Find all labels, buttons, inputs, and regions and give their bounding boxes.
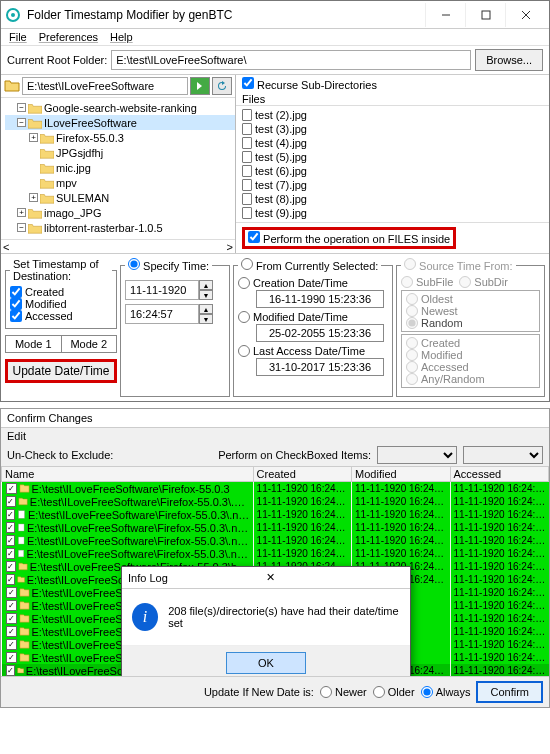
main-window: Folder Timestamp Modifier by genBTC File… (0, 0, 550, 402)
svg-point-1 (11, 13, 15, 17)
col-created[interactable]: Created (253, 467, 351, 482)
svg-rect-6 (18, 511, 24, 519)
root-folder-label: Current Root Folder: (7, 54, 107, 66)
col-modified[interactable]: Modified (352, 467, 450, 482)
update-datetime-button[interactable]: Update Date/Time (5, 359, 117, 383)
minimize-button[interactable] (425, 3, 465, 27)
file-item[interactable]: test (3).jpg (242, 122, 543, 136)
always-radio[interactable] (421, 686, 433, 698)
root-folder-input[interactable] (111, 50, 471, 70)
folder-tree[interactable]: −Google-search-website-ranking−ILoveFree… (1, 98, 235, 239)
refresh-button[interactable] (212, 77, 232, 95)
table-row[interactable]: ✓E:\test\ILoveFreeSoftware\Firefox-55.0.… (2, 495, 549, 508)
close-button[interactable] (505, 3, 545, 27)
dialog-close-button[interactable]: ✕ (266, 571, 404, 584)
confirm-button[interactable]: Confirm (476, 681, 543, 703)
tree-node[interactable]: mic.jpg (5, 160, 235, 175)
file-item[interactable]: test (8).jpg (242, 192, 543, 206)
table-row[interactable]: ✓E:\test\ILoveFreeSoftware\Firefox-55.0.… (2, 534, 549, 547)
time-input[interactable] (125, 304, 199, 324)
menubar: File Preferences Help (1, 29, 549, 46)
root-folder-row: Current Root Folder: Browse... (1, 46, 549, 74)
access-value: 31-10-2017 15:23:36 (256, 358, 384, 376)
older-radio[interactable] (373, 686, 385, 698)
menu-preferences[interactable]: Preferences (39, 31, 98, 43)
tree-node[interactable]: −libtorrent-rasterbar-1.0.5 (5, 220, 235, 235)
file-item[interactable]: test (9).jpg (242, 206, 543, 220)
col-name[interactable]: Name (2, 467, 254, 482)
mode2-tab[interactable]: Mode 2 (62, 336, 117, 352)
window-title: Folder Timestamp Modifier by genBTC (27, 8, 425, 22)
specify-time-fieldset: Specify Time: ▲▼ ▲▼ (120, 258, 230, 397)
created-checkbox[interactable] (10, 286, 22, 298)
confirm-edit-menu[interactable]: Edit (1, 428, 549, 444)
perform-select-1[interactable] (377, 446, 457, 464)
modified-radio[interactable] (238, 311, 250, 323)
confirm-title: Confirm Changes (1, 409, 549, 428)
tree-node[interactable]: JPGsjdfhj (5, 145, 235, 160)
tree-node[interactable]: +Firefox-55.0.3 (5, 130, 235, 145)
menu-help[interactable]: Help (110, 31, 133, 43)
accessed-checkbox[interactable] (10, 310, 22, 322)
titlebar: Folder Timestamp Modifier by genBTC (1, 1, 549, 29)
folder-icon (4, 78, 20, 94)
file-item[interactable]: test (4).jpg (242, 136, 543, 150)
newer-radio[interactable] (320, 686, 332, 698)
svg-rect-8 (18, 537, 24, 544)
from-selected-fieldset: From Currently Selected: Creation Date/T… (233, 258, 393, 397)
col-accessed[interactable]: Accessed (450, 467, 548, 482)
specify-time-radio[interactable] (128, 258, 140, 270)
from-selected-radio[interactable] (241, 258, 253, 270)
destination-fieldset: Set Timestamp of Destination: Created Mo… (5, 258, 117, 329)
tree-node[interactable]: −Google-search-website-ranking (5, 100, 235, 115)
dialog-message: 208 file(s)/directorie(s) have had their… (168, 605, 400, 629)
table-row[interactable]: ✓E:\test\ILoveFreeSoftware\Firefox-55.0.… (2, 482, 549, 496)
creation-value: 16-11-1990 15:23:36 (256, 290, 384, 308)
go-button[interactable] (190, 77, 210, 95)
time-spinner[interactable]: ▲▼ (199, 304, 213, 324)
tree-node[interactable]: +SULEMAN (5, 190, 235, 205)
access-radio[interactable] (238, 345, 250, 357)
confirm-window: Confirm Changes Edit Un-Check to Exclude… (0, 408, 550, 708)
tree-scrollbar[interactable]: <> (1, 239, 235, 253)
date-spinner[interactable]: ▲▼ (199, 280, 213, 300)
tree-node[interactable]: mpv (5, 175, 235, 190)
perform-on-files-checkbox[interactable]: Perform the operation on FILES inside (242, 227, 456, 249)
table-row[interactable]: ✓E:\test\ILoveFreeSoftware\Firefox-55.0.… (2, 521, 549, 534)
menu-file[interactable]: File (9, 31, 27, 43)
info-dialog: Info Log ✕ i 208 file(s)/directorie(s) h… (121, 566, 411, 676)
table-row[interactable]: ✓E:\test\ILoveFreeSoftware\Firefox-55.0.… (2, 508, 549, 521)
update-if-label: Update If New Date is: (204, 686, 314, 698)
files-panel: Recurse Sub-Directories Files test (2).j… (236, 75, 549, 253)
app-icon (5, 7, 21, 23)
mode-tabs: Mode 1 Mode 2 (5, 335, 117, 353)
dialog-ok-button[interactable]: OK (226, 652, 306, 674)
perform-select-2[interactable] (463, 446, 543, 464)
file-item[interactable]: test (5).jpg (242, 150, 543, 164)
svg-rect-7 (18, 524, 24, 531)
file-item[interactable]: test (7).jpg (242, 178, 543, 192)
table-row[interactable]: ✓E:\test\ILoveFreeSoftware\Firefox-55.0.… (2, 547, 549, 560)
svg-rect-3 (482, 11, 490, 19)
uncheck-label: Un-Check to Exclude: (7, 449, 113, 461)
tree-node[interactable]: −ILoveFreeSoftware (5, 115, 235, 130)
maximize-button[interactable] (465, 3, 505, 27)
date-input[interactable] (125, 280, 199, 300)
browse-button[interactable]: Browse... (475, 49, 543, 71)
tree-panel: −Google-search-website-ranking−ILoveFree… (1, 75, 236, 253)
recurse-checkbox[interactable]: Recurse Sub-Directories (242, 79, 377, 91)
source-time-fieldset: Source Time From: SubFile SubDir Oldest … (396, 258, 545, 397)
file-item[interactable]: test (2).jpg (242, 108, 543, 122)
mode1-tab[interactable]: Mode 1 (6, 336, 62, 352)
perform-checkboxed-label: Perform on CheckBoxed Items: (218, 449, 371, 461)
info-icon: i (132, 603, 158, 631)
modified-checkbox[interactable] (10, 298, 22, 310)
tree-node[interactable]: +imago_JPG (5, 205, 235, 220)
dialog-title: Info Log (128, 572, 266, 584)
file-list[interactable]: test (2).jpgtest (3).jpgtest (4).jpgtest… (236, 106, 549, 223)
source-time-radio[interactable] (404, 258, 416, 270)
creation-radio[interactable] (238, 277, 250, 289)
tree-path-input[interactable] (22, 77, 188, 95)
svg-rect-9 (18, 550, 23, 557)
file-item[interactable]: test (6).jpg (242, 164, 543, 178)
